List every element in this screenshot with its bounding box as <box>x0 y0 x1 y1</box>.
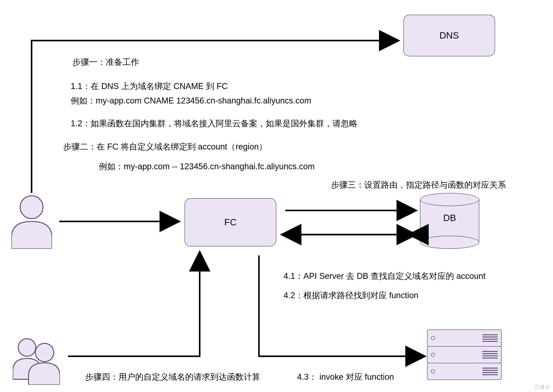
diagram-canvas: DNS FC DB <box>0 0 553 392</box>
step4-2: 4.2：根据请求路径找到对应 function <box>284 290 418 301</box>
users-group-icon <box>13 338 60 385</box>
admin-person-icon <box>11 195 52 249</box>
step1-2: 1.2：如果函数在国内集群，将域名接入阿里云备案，如果是国外集群，请忽略 <box>71 118 358 129</box>
node-db: DB <box>420 193 479 249</box>
step1-1: 1.1：在 DNS 上为域名绑定 CNAME 到 FC <box>71 81 228 92</box>
step4-title: 步骤四：用户的自定义域名的请求到达函数计算 <box>85 371 260 383</box>
step1-title: 步骤一：准备工作 <box>72 56 139 68</box>
step3-title: 步骤三：设置路由，指定路径与函数的对应关系 <box>331 179 506 190</box>
node-dns: DNS <box>403 15 495 56</box>
node-fc-label: FC <box>224 217 237 228</box>
node-fc: FC <box>185 198 276 246</box>
node-db-label: DB <box>420 213 479 223</box>
svg-point-2 <box>35 343 54 362</box>
server-unit <box>427 346 502 363</box>
watermark: 亿速云 <box>535 384 550 390</box>
arrow-users-to-fc <box>68 255 200 356</box>
step2-example: 例如：my-app.com -- 123456.cn-shanghai.fc.a… <box>99 161 315 172</box>
step4-3: 4.3： invoke 对应 function <box>297 371 394 383</box>
server-stack <box>427 330 502 380</box>
node-dns-label: DNS <box>439 30 459 41</box>
svg-point-1 <box>18 339 36 356</box>
step1-1-example: 例如：my-app.com CNAME 123456.cn-shanghai.f… <box>71 95 311 106</box>
svg-point-0 <box>20 196 43 219</box>
server-unit <box>427 329 502 347</box>
step4-1: 4.1：API Server 去 DB 查找自定义域名对应的 account <box>284 271 486 282</box>
step2-title: 步骤二：在 FC 将自定义域名绑定到 account（region） <box>63 141 267 152</box>
server-unit <box>427 363 502 380</box>
